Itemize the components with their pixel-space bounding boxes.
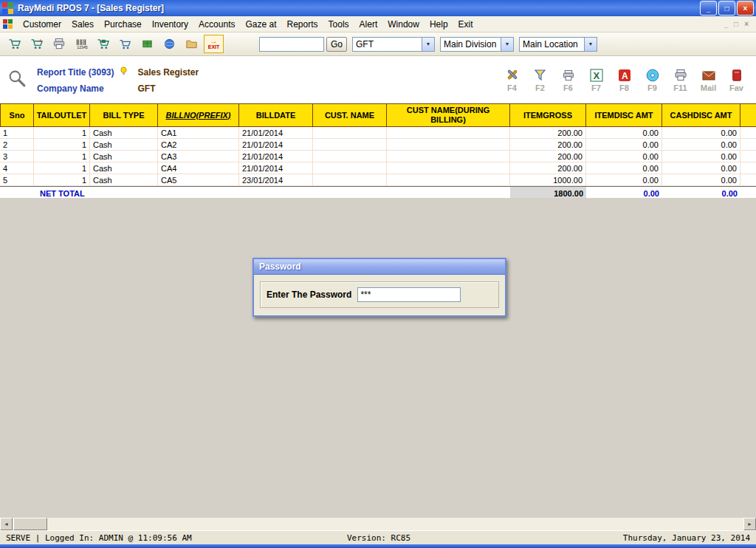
mdi-minimize-button[interactable]: _: [724, 20, 729, 28]
maximize-button[interactable]: □: [718, 1, 735, 16]
svg-text:+: +: [38, 38, 42, 44]
column-header-4[interactable]: BILLNO(PREFIX): [158, 104, 239, 126]
close-button[interactable]: ×: [737, 1, 754, 16]
menu-item-sales[interactable]: Sales: [66, 18, 99, 31]
location-select[interactable]: Main Location: [519, 37, 597, 52]
action-label: F9: [647, 83, 657, 92]
statusbar: SERVE | Logged In: ADMIN @ 11:09:56 AM V…: [0, 530, 756, 544]
menu-item-help[interactable]: Help: [425, 18, 453, 31]
export-action-button[interactable]: F9: [640, 67, 664, 92]
cart-plus-icon[interactable]: +: [27, 35, 47, 53]
tools-icon: [504, 67, 521, 83]
cell: 21/01/2014: [239, 151, 313, 162]
cell: 21/01/2014: [239, 127, 313, 139]
cart-box-icon[interactable]: [93, 35, 113, 53]
column-header-10[interactable]: CASHDISC AMT: [662, 104, 740, 126]
cell: 1: [0, 127, 34, 139]
pdf-action-button[interactable]: AF8: [612, 67, 636, 92]
table-row[interactable]: 41CashCA421/01/2014200.000.000.00: [0, 162, 756, 174]
menu-item-gaze-at[interactable]: Gaze at: [240, 18, 281, 31]
preview-icon: [672, 67, 690, 83]
exit-icon[interactable]: →EXIT: [204, 35, 224, 53]
exit-label: EXIT: [208, 44, 220, 50]
mdi-close-button[interactable]: ×: [744, 20, 749, 28]
menu-item-tools[interactable]: Tools: [323, 18, 354, 31]
inventory-icon[interactable]: [137, 35, 157, 53]
column-header-5[interactable]: BILLDATE: [239, 104, 313, 126]
favorite-icon: [728, 67, 746, 83]
menu-item-reports[interactable]: Reports: [282, 18, 323, 31]
column-header-3[interactable]: BILL TYPE: [90, 104, 158, 126]
minimize-button[interactable]: _: [700, 1, 717, 16]
action-label: F6: [563, 83, 573, 92]
column-header-1[interactable]: Sno: [0, 104, 34, 126]
cell: 23/01/2014: [239, 174, 313, 186]
menu-item-customer[interactable]: Customer: [18, 18, 66, 31]
division-select-value: Main Division: [441, 39, 501, 49]
menu-item-window[interactable]: Window: [382, 18, 425, 31]
cell: [387, 174, 510, 186]
chevron-down-icon[interactable]: [584, 38, 597, 51]
chevron-down-icon[interactable]: [501, 38, 513, 51]
menu-item-alert[interactable]: Alert: [354, 18, 383, 31]
mail-action-button[interactable]: Mail: [696, 67, 721, 92]
cell: 21/01/2014: [239, 162, 313, 174]
column-header-6[interactable]: CUST. NAME: [313, 104, 387, 126]
favorite-action-button[interactable]: Fav: [724, 67, 749, 92]
column-header-7[interactable]: CUST NAME(DURING BILLING): [387, 104, 510, 126]
scroll-left-button[interactable]: [0, 518, 13, 530]
action-label: F4: [507, 83, 517, 92]
menu-item-accounts[interactable]: Accounts: [193, 18, 240, 31]
cart-icon[interactable]: [4, 35, 24, 53]
column-header-2[interactable]: TAILOUTLET: [34, 104, 90, 126]
table-row[interactable]: 51CashCA523/01/20141000.000.000.00: [0, 174, 756, 186]
preview-action-button[interactable]: F11: [668, 67, 693, 92]
export-icon: [644, 67, 662, 83]
filter-action-button[interactable]: F2: [528, 67, 552, 92]
search-icon[interactable]: [7, 69, 37, 92]
cell: 0.00: [586, 174, 662, 186]
column-header-8[interactable]: ITEMGROSS: [510, 104, 586, 126]
table-row[interactable]: 11CashCA121/01/2014200.000.000.00: [0, 127, 756, 139]
toolbar-icons: +12345→EXIT: [4, 35, 224, 53]
print-action-button[interactable]: F6: [556, 67, 580, 92]
report-title-label: Report Title (3093): [37, 67, 114, 78]
print-icon[interactable]: [49, 35, 69, 53]
menu-item-purchase[interactable]: Purchase: [99, 18, 147, 31]
cart-small-icon[interactable]: [115, 35, 135, 53]
cell: CA5: [158, 174, 239, 186]
scroll-right-button[interactable]: [743, 518, 756, 530]
scroll-thumb[interactable]: [13, 518, 47, 530]
reports-icon[interactable]: [182, 35, 202, 53]
chevron-down-icon[interactable]: [422, 38, 434, 51]
row-filler: [740, 162, 756, 174]
mdi-maximize-button[interactable]: □: [734, 20, 738, 28]
report-actions: F4F2F6XF7AF8F9F11MailFav: [500, 67, 749, 92]
division-select[interactable]: Main Division: [440, 37, 514, 52]
menu-item-inventory[interactable]: Inventory: [147, 18, 193, 31]
accounts-icon[interactable]: [159, 35, 179, 53]
table-row[interactable]: 21CashCA221/01/2014200.000.000.00: [0, 139, 756, 151]
barcode-icon[interactable]: 12345: [71, 35, 91, 53]
cell: 21/01/2014: [239, 139, 313, 151]
cell: 1: [34, 139, 90, 151]
action-label: F2: [535, 83, 545, 92]
cell: 0.00: [586, 139, 662, 151]
menu-logo-icon: [3, 19, 13, 30]
dialog-titlebar[interactable]: Password: [254, 259, 505, 275]
company-select[interactable]: GFT: [352, 37, 435, 52]
table-row[interactable]: 31CashCA321/01/2014200.000.000.00: [0, 151, 756, 162]
search-input[interactable]: [259, 37, 324, 52]
titlebar[interactable]: RayMedi RPOS 7 - [Sales Register] _ □ ×: [0, 0, 756, 16]
column-header-9[interactable]: ITEMDISC AMT: [586, 104, 662, 126]
action-label: F8: [619, 83, 629, 92]
tools-action-button[interactable]: F4: [500, 67, 524, 92]
cell: 5: [0, 174, 34, 186]
excel-action-button[interactable]: XF7: [584, 67, 608, 92]
horizontal-scrollbar[interactable]: [0, 518, 756, 530]
password-input[interactable]: [357, 287, 461, 302]
menu-item-exit[interactable]: Exit: [453, 18, 478, 31]
password-dialog: Password Enter The Password: [252, 258, 506, 317]
go-button[interactable]: Go: [326, 37, 347, 52]
cell: CA2: [158, 139, 239, 151]
